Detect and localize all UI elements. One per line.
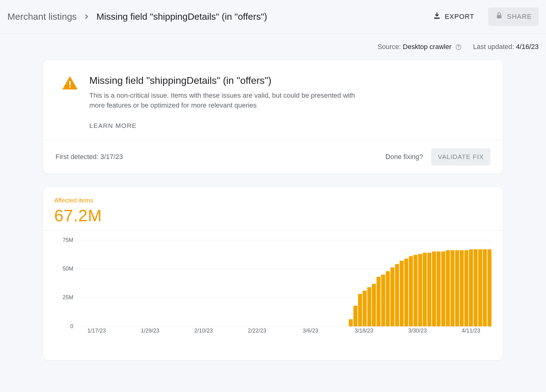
- share-button[interactable]: SHARE: [488, 7, 539, 26]
- chart-bar: [414, 255, 418, 326]
- chart-bar: [395, 264, 399, 326]
- download-icon: [433, 12, 441, 22]
- chart-bar: [441, 251, 445, 326]
- first-detected-value: 3/17/23: [100, 153, 123, 161]
- validate-fix-button[interactable]: VALIDATE FIX: [431, 148, 491, 165]
- first-detected-label: First detected:: [55, 153, 98, 161]
- meta-bar: Source: Desktop crawler Last updated: 4/…: [0, 34, 546, 60]
- share-label: SHARE: [507, 13, 532, 21]
- export-button[interactable]: EXPORT: [426, 7, 481, 26]
- chart-x-tick: 1/29/23: [141, 328, 159, 334]
- export-label: EXPORT: [445, 13, 474, 21]
- chart-bar: [353, 306, 357, 326]
- chart-bar: [404, 259, 408, 326]
- chart-x-tick: 4/11/23: [462, 328, 480, 334]
- issue-title: Missing field "shippingDetails" (in "off…: [89, 75, 364, 86]
- chart-card: Affected items 67.2M 025M50M75M 1/17/231…: [43, 187, 503, 360]
- source-info: Source: Desktop crawler: [377, 43, 462, 51]
- chart-bar: [418, 254, 422, 326]
- svg-rect-3: [69, 81, 71, 85]
- chart-bar: [363, 291, 367, 326]
- chart-bar: [432, 251, 436, 326]
- breadcrumb-current: Missing field "shippingDetails" (in "off…: [96, 11, 267, 22]
- chart-y-tick: 50M: [63, 266, 73, 272]
- header-actions: EXPORT SHARE: [426, 7, 539, 26]
- updated-value: 4/16/23: [516, 43, 539, 51]
- chart-bar: [487, 249, 491, 326]
- chart-x-tick: 3/6/23: [303, 328, 318, 334]
- warning-icon: [62, 75, 78, 129]
- chart-bar: [409, 256, 413, 326]
- breadcrumb-root[interactable]: Merchant listings: [7, 11, 77, 22]
- chart-bar: [474, 249, 478, 326]
- chart-bar: [427, 253, 431, 326]
- chart-gridline: [76, 326, 492, 327]
- chart-x-tick: 3/18/23: [355, 328, 373, 334]
- chart-x-tick: 1/17/23: [87, 328, 106, 334]
- chart-bar: [377, 277, 381, 326]
- issue-description: This is a non-critical issue. Items with…: [89, 91, 364, 110]
- chart-y-tick: 0: [70, 323, 73, 329]
- metric-label: Affected items: [54, 197, 492, 204]
- chart-bar: [455, 250, 459, 326]
- chart-bar: [469, 249, 473, 326]
- svg-rect-0: [434, 18, 439, 19]
- chart-bar: [349, 319, 353, 326]
- breadcrumb: Merchant listings Missing field "shippin…: [7, 11, 267, 22]
- chart-x-tick: 2/22/23: [248, 328, 266, 334]
- chart-bar: [437, 251, 441, 326]
- lock-icon: [495, 12, 503, 22]
- chart-bar: [450, 250, 454, 326]
- updated-label: Last updated:: [473, 43, 514, 51]
- source-label: Source:: [377, 43, 401, 51]
- chart-bar: [386, 271, 390, 326]
- chart-y-axis: 025M50M75M: [54, 240, 76, 326]
- page-header: Merchant listings Missing field "shippin…: [0, 0, 546, 34]
- chart-y-tick: 25M: [63, 294, 73, 301]
- chevron-right-icon: [83, 13, 90, 20]
- first-detected: First detected: 3/17/23: [55, 153, 123, 161]
- chart-bar: [483, 249, 487, 326]
- issue-card: Missing field "shippingDetails" (in "off…: [43, 60, 503, 174]
- chart-bar: [358, 294, 362, 326]
- chart-bar: [400, 261, 404, 326]
- chart-bar: [464, 250, 468, 326]
- chart-bar: [446, 250, 450, 326]
- chart-bar: [372, 284, 376, 326]
- svg-rect-1: [497, 15, 502, 18]
- chart-x-tick: 3/30/23: [408, 328, 427, 334]
- chart-bar: [367, 287, 371, 326]
- chart: 025M50M75M 1/17/231/29/232/10/232/22/233…: [54, 240, 492, 339]
- svg-rect-4: [69, 86, 71, 88]
- chart-x-axis: 1/17/231/29/232/10/232/22/233/6/233/18/2…: [76, 328, 492, 337]
- chart-bar: [381, 275, 385, 326]
- metric-value: 67.2M: [54, 206, 492, 225]
- chart-bar: [423, 253, 427, 326]
- chart-bar: [478, 249, 482, 326]
- updated-info: Last updated: 4/16/23: [473, 43, 539, 51]
- chart-x-tick: 2/10/23: [194, 328, 213, 334]
- chart-bar: [390, 267, 394, 326]
- chart-bars: [76, 240, 492, 326]
- done-fixing-label: Done fixing?: [385, 153, 423, 161]
- help-icon[interactable]: [455, 44, 462, 51]
- learn-more-button[interactable]: LEARN MORE: [89, 122, 364, 129]
- chart-y-tick: 75M: [63, 237, 73, 243]
- divider: [43, 231, 503, 231]
- source-value: Desktop crawler: [403, 43, 451, 51]
- chart-bar: [460, 250, 464, 326]
